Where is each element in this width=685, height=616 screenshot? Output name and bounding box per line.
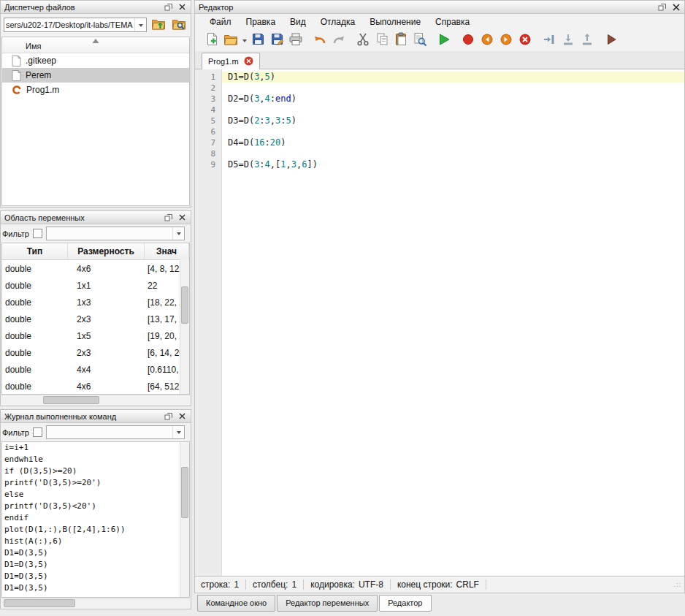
menu-help[interactable]: Справка bbox=[428, 15, 477, 28]
variable-row[interactable]: double1x5[19, 20, 2 bbox=[2, 327, 189, 344]
menu-debug[interactable]: Отладка bbox=[313, 15, 362, 28]
code-line[interactable]: 7D4=D(16:20) bbox=[195, 137, 684, 148]
chevron-down-icon[interactable] bbox=[172, 227, 184, 240]
continue-button[interactable] bbox=[602, 31, 621, 50]
dock-tab-command-window[interactable]: Командное окно bbox=[197, 595, 275, 612]
chevron-down-icon[interactable] bbox=[172, 426, 184, 438]
size-grip[interactable]: .:: bbox=[673, 581, 681, 588]
code-line[interactable]: 2 bbox=[195, 83, 684, 94]
close-icon[interactable] bbox=[176, 2, 188, 12]
workspace-horizontal-scrollbar[interactable] bbox=[1, 395, 190, 405]
variable-row[interactable]: double2x3[6, 14, 26 bbox=[2, 344, 189, 361]
history-vertical-scrollbar[interactable] bbox=[180, 442, 189, 597]
save-as-button[interactable] bbox=[267, 31, 286, 50]
scrollbar-thumb[interactable] bbox=[43, 396, 99, 404]
find-button[interactable] bbox=[410, 31, 429, 50]
workspace-titlebar[interactable]: Область переменных bbox=[1, 211, 191, 224]
history-command[interactable]: D1=D(3,5) bbox=[2, 547, 189, 559]
filter-input[interactable] bbox=[47, 428, 172, 437]
file-row[interactable]: .gitkeep bbox=[2, 53, 189, 68]
menu-file[interactable]: Файл bbox=[202, 15, 239, 28]
column-dimension[interactable]: Размерность bbox=[68, 243, 145, 259]
history-command[interactable]: D1=D(3,5) bbox=[2, 571, 189, 582]
open-file-dropdown[interactable] bbox=[240, 31, 248, 50]
file-list-header[interactable]: Имя bbox=[2, 37, 189, 53]
scrollbar-thumb[interactable] bbox=[4, 599, 75, 607]
history-command[interactable]: D1=D(3,5) bbox=[2, 559, 189, 571]
variable-row[interactable]: double4x4[0.6110, bbox=[2, 361, 189, 378]
history-command[interactable]: plot(D(1,:),B([2,4],1:6)) bbox=[2, 524, 189, 536]
remove-breakpoints-button[interactable] bbox=[516, 31, 535, 50]
prev-breakpoint-button[interactable] bbox=[478, 31, 497, 50]
chevron-down-icon[interactable] bbox=[134, 18, 146, 31]
column-type[interactable]: Тип bbox=[2, 243, 68, 259]
history-command[interactable]: hist(A(:),6) bbox=[2, 536, 189, 547]
save-button[interactable] bbox=[248, 31, 267, 50]
menu-run[interactable]: Выполнение bbox=[362, 15, 428, 28]
tab-prog1[interactable]: Prog1.m bbox=[202, 53, 260, 69]
undock-icon[interactable] bbox=[162, 213, 175, 223]
undo-button[interactable] bbox=[310, 31, 329, 50]
scrollbar-thumb[interactable] bbox=[181, 286, 188, 324]
filter-checkbox[interactable] bbox=[33, 427, 42, 437]
step-in-button[interactable] bbox=[559, 31, 578, 50]
code-line[interactable]: 6 bbox=[195, 126, 684, 137]
history-command[interactable]: D1=D(3,5) bbox=[2, 582, 189, 594]
new-script-button[interactable] bbox=[202, 31, 221, 50]
step-out-button[interactable] bbox=[578, 31, 597, 50]
browse-directory-button[interactable] bbox=[169, 16, 188, 34]
close-icon[interactable] bbox=[176, 411, 188, 422]
toggle-breakpoint-button[interactable] bbox=[459, 31, 478, 50]
code-line[interactable]: 4 bbox=[195, 104, 684, 115]
dock-tab-editor[interactable]: Редактор bbox=[379, 595, 431, 612]
directory-up-button[interactable] bbox=[149, 16, 167, 34]
filter-combo[interactable] bbox=[46, 425, 185, 439]
paste-button[interactable] bbox=[391, 31, 410, 50]
variable-row[interactable]: double1x122 bbox=[2, 277, 189, 294]
run-file-button[interactable] bbox=[435, 31, 454, 50]
history-titlebar[interactable]: Журнал выполненных команд bbox=[1, 410, 191, 423]
variable-row[interactable]: double2x3[13, 17, 2 bbox=[2, 311, 189, 327]
print-button[interactable] bbox=[286, 31, 305, 50]
file-browser-titlebar[interactable]: Диспетчер файлов bbox=[1, 1, 191, 14]
file-row[interactable]: Perem bbox=[2, 68, 189, 83]
next-breakpoint-button[interactable] bbox=[497, 31, 516, 50]
scrollbar-thumb[interactable] bbox=[181, 467, 188, 518]
copy-button[interactable] bbox=[372, 31, 391, 50]
editor-titlebar[interactable]: Редактор bbox=[195, 1, 684, 14]
code-line[interactable]: 1D1=D(3,5) bbox=[195, 72, 684, 83]
tab-close-icon[interactable] bbox=[244, 56, 253, 67]
history-horizontal-scrollbar[interactable] bbox=[1, 598, 190, 608]
history-command[interactable]: i=i+1 bbox=[2, 442, 189, 454]
history-command[interactable]: endwhile bbox=[2, 454, 189, 465]
menu-edit[interactable]: Правка bbox=[239, 15, 283, 28]
close-icon[interactable] bbox=[670, 2, 682, 12]
close-icon[interactable] bbox=[176, 213, 188, 223]
undock-icon[interactable] bbox=[162, 411, 175, 422]
variable-row[interactable]: double4x6[64, 512, bbox=[2, 378, 189, 395]
workspace-table-header[interactable]: Тип Размерность Знач bbox=[2, 243, 189, 260]
open-file-button[interactable] bbox=[221, 31, 240, 50]
menu-view[interactable]: Вид bbox=[283, 15, 313, 28]
filter-input[interactable] bbox=[47, 229, 172, 238]
dock-tab-variable-editor[interactable]: Редактор переменных bbox=[277, 595, 378, 612]
code-editor[interactable]: 1D1=D(3,5)23D2=D(3,4:end)45D3=D(2:3,3:5)… bbox=[195, 69, 684, 576]
workspace-vertical-scrollbar[interactable] bbox=[180, 259, 189, 394]
history-command[interactable]: endif bbox=[2, 512, 189, 524]
code-line[interactable]: 9D5=D(3:4,[1,3,6]) bbox=[195, 159, 684, 170]
undock-icon[interactable] bbox=[656, 2, 668, 12]
cut-button[interactable] bbox=[353, 31, 372, 50]
history-command[interactable]: else bbox=[2, 489, 189, 501]
current-directory-combo[interactable] bbox=[4, 18, 147, 32]
code-line[interactable]: 5D3=D(2:3,3:5) bbox=[195, 115, 684, 126]
column-value[interactable]: Знач bbox=[145, 243, 189, 259]
filter-combo[interactable] bbox=[46, 227, 185, 240]
history-command[interactable]: if (D(3,5)>=20) bbox=[2, 465, 189, 477]
current-directory-input[interactable] bbox=[4, 20, 134, 29]
variable-row[interactable]: double4x6[4, 8, 12, bbox=[2, 260, 189, 277]
code-line[interactable]: 8 bbox=[195, 148, 684, 159]
step-button[interactable] bbox=[540, 31, 559, 50]
variable-row[interactable]: double1x3[18, 22, 2 bbox=[2, 294, 189, 311]
redo-button[interactable] bbox=[329, 31, 348, 50]
history-command[interactable]: printf('D(3,5)>=20') bbox=[2, 477, 189, 489]
